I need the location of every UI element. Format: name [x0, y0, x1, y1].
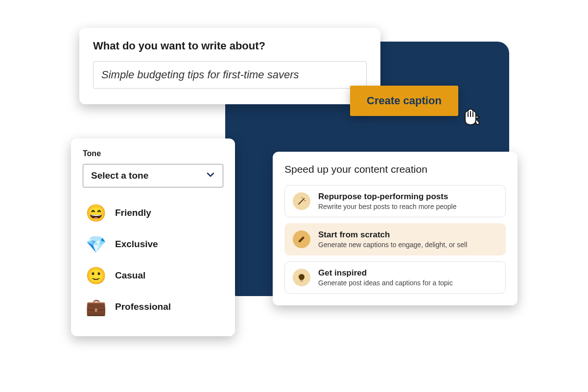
create-caption-button[interactable]: Create caption: [350, 86, 458, 116]
tone-option-friendly[interactable]: 😄 Friendly: [83, 197, 223, 229]
prompt-input[interactable]: [93, 61, 367, 89]
content-option-scratch[interactable]: Start from scratch Generate new captions…: [284, 223, 506, 255]
content-option-inspired[interactable]: Get inspired Generate post ideas and cap…: [284, 261, 506, 294]
tone-option-label: Exclusive: [115, 239, 158, 250]
casual-emoji-icon: 🙂: [86, 266, 106, 285]
chevron-down-icon: [206, 170, 215, 181]
tone-option-label: Friendly: [115, 208, 151, 218]
svg-point-0: [304, 198, 305, 199]
tone-card: Tone Select a tone 😄 Friendly 💎 Exclusiv…: [71, 138, 235, 336]
wand-icon: [293, 192, 310, 210]
exclusive-emoji-icon: 💎: [86, 234, 106, 254]
svg-point-1: [302, 197, 303, 198]
tone-option-label: Casual: [115, 270, 145, 281]
professional-emoji-icon: 💼: [86, 297, 106, 317]
content-option-title: Get inspired: [318, 268, 497, 278]
content-option-title: Repurpose top-performing posts: [318, 192, 497, 202]
tone-option-professional[interactable]: 💼 Professional: [83, 291, 223, 323]
content-option-desc: Generate post ideas and captions for a t…: [318, 279, 497, 287]
svg-point-2: [305, 200, 306, 201]
tone-option-label: Professional: [115, 301, 171, 312]
tone-select[interactable]: Select a tone: [83, 164, 223, 187]
pencil-icon: [293, 231, 310, 248]
content-creation-card: Speed up your content creation Repurpose…: [273, 152, 517, 305]
cursor-pointer-icon: [460, 105, 484, 129]
prompt-card: What do you want to write about?: [79, 28, 380, 104]
friendly-emoji-icon: 😄: [86, 203, 106, 223]
tone-select-placeholder: Select a tone: [91, 170, 148, 181]
content-option-title: Start from scratch: [318, 230, 497, 240]
bulb-icon: [293, 269, 310, 286]
content-title: Speed up your content creation: [284, 163, 506, 175]
content-option-desc: Generate new captions to engage, delight…: [318, 241, 497, 249]
content-option-desc: Rewrite your best posts to reach more pe…: [318, 203, 497, 210]
prompt-title: What do you want to write about?: [93, 40, 367, 52]
tone-label: Tone: [83, 149, 223, 158]
tone-option-exclusive[interactable]: 💎 Exclusive: [83, 229, 223, 260]
content-option-repurpose[interactable]: Repurpose top-performing posts Rewrite y…: [284, 185, 506, 217]
tone-option-casual[interactable]: 🙂 Casual: [83, 260, 223, 291]
